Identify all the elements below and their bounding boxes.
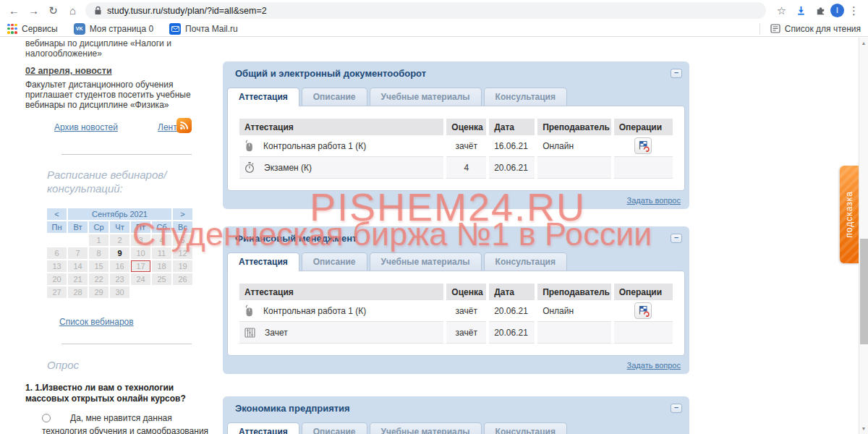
- calendar-day[interactable]: 17: [131, 260, 150, 272]
- date-cell: 20.06.21: [489, 300, 535, 322]
- reload-icon[interactable]: ↻: [43, 1, 63, 20]
- calendar-dayname: Пн: [47, 221, 67, 233]
- news-archive-link[interactable]: Архив новостей: [54, 122, 118, 132]
- calendar-day[interactable]: 1: [89, 234, 109, 246]
- calendar-day[interactable]: 25: [152, 273, 171, 285]
- calendar-day[interactable]: 22: [89, 273, 109, 285]
- calendar-day[interactable]: 11: [152, 247, 171, 259]
- calendar-day[interactable]: 20: [47, 273, 67, 285]
- hint-tab[interactable]: подсказка: [840, 166, 859, 263]
- calendar-day[interactable]: 14: [68, 260, 88, 272]
- bookmark-vk[interactable]: VK Моя страница 0: [74, 23, 153, 35]
- profile-avatar[interactable]: I: [830, 4, 844, 17]
- calendar-day[interactable]: 2: [110, 234, 129, 246]
- column-header: Дата: [489, 119, 535, 135]
- calendar-day[interactable]: 4: [152, 234, 171, 246]
- calendar-empty-cell: [47, 234, 67, 246]
- calendar-day[interactable]: 16: [110, 260, 129, 272]
- grade-cell: 4: [446, 157, 486, 179]
- calendar-day[interactable]: 7: [68, 247, 88, 259]
- rss-icon[interactable]: [176, 118, 192, 133]
- calendar-day[interactable]: 19: [173, 260, 192, 272]
- calendar-day[interactable]: 29: [89, 286, 109, 298]
- table-row: Контрольная работа 1 (К) зачёт 16.06.21 …: [239, 135, 673, 157]
- calendar-dayname: Пт: [131, 221, 150, 233]
- news-title-link[interactable]: 02 апреля, новости: [25, 66, 112, 76]
- tab-consultation[interactable]: Консультация: [484, 88, 567, 106]
- calendar-day[interactable]: 3: [131, 234, 150, 246]
- calendar-day[interactable]: 30: [110, 286, 129, 298]
- forward-icon[interactable]: →: [24, 1, 43, 20]
- calendar-day[interactable]: 23: [110, 273, 129, 285]
- scrollbar-up-icon[interactable]: ▲: [859, 41, 868, 46]
- tab-materials[interactable]: Учебные материалы: [370, 422, 482, 434]
- tab-materials[interactable]: Учебные материалы: [370, 252, 482, 271]
- abacus-icon: [244, 328, 255, 338]
- calendar-prev-button[interactable]: <: [47, 208, 67, 220]
- ask-question-link[interactable]: Задать вопрос: [627, 361, 681, 370]
- calendar-day[interactable]: 10: [131, 247, 150, 259]
- page-scrollbar[interactable]: ▲ ▼: [859, 38, 868, 434]
- tab-consultation[interactable]: Консультация: [484, 252, 567, 271]
- address-bar[interactable]: study.tusur.ru/study/plan/?id=all&sem=2: [85, 2, 766, 19]
- calendar-dayname: Ср: [89, 221, 109, 233]
- collapse-card-button[interactable]: –: [671, 234, 682, 243]
- calendar-day[interactable]: 5: [173, 234, 192, 246]
- apps-grid-icon: [7, 24, 17, 34]
- url-text[interactable]: study.tusur.ru/study/plan/?id=all&sem=2: [107, 6, 267, 16]
- operation-flag-refresh-icon[interactable]: [634, 137, 652, 154]
- calendar-day[interactable]: 26: [173, 273, 192, 285]
- grade-cell: зачёт: [446, 300, 486, 322]
- course-title: Финансовый менеджмент: [235, 233, 357, 244]
- column-header: Аттестация: [239, 119, 443, 135]
- ask-question-link[interactable]: Задать вопрос: [627, 196, 681, 205]
- calendar-day[interactable]: 9: [110, 247, 129, 259]
- calendar-day[interactable]: 6: [47, 247, 67, 259]
- table-row: Экзамен (К) 4 20.06.21: [239, 157, 673, 179]
- bookmark-label: Моя страница 0: [90, 24, 153, 34]
- calendar-day[interactable]: 28: [68, 286, 88, 298]
- collapse-card-button[interactable]: –: [671, 404, 682, 413]
- stopwatch-icon: [244, 161, 255, 174]
- tab-attestation[interactable]: Аттестация: [227, 88, 299, 106]
- calendar-week-row: 12345: [47, 234, 192, 246]
- calendar-dayname: Чт: [110, 221, 129, 233]
- back-icon[interactable]: ←: [4, 1, 24, 20]
- calendar-day[interactable]: 21: [68, 273, 88, 285]
- column-header: Оценка: [446, 119, 486, 135]
- poll-radio-button[interactable]: [42, 414, 51, 422]
- tab-attestation[interactable]: Аттестация: [227, 252, 299, 271]
- tab-description[interactable]: Описание: [302, 88, 367, 106]
- calendar-week-row: 27282930: [47, 286, 192, 298]
- calendar-day[interactable]: 12: [173, 247, 192, 259]
- extensions-puzzle-icon[interactable]: [811, 1, 830, 20]
- tab-consultation[interactable]: Консультация: [484, 422, 567, 434]
- calendar-day[interactable]: 24: [131, 273, 150, 285]
- calendar-next-button[interactable]: >: [173, 208, 192, 220]
- home-icon[interactable]: ⌂: [63, 1, 82, 20]
- column-header: Операции: [614, 119, 673, 135]
- tab-attestation[interactable]: Аттестация: [227, 422, 299, 434]
- calendar-day[interactable]: 13: [47, 260, 67, 272]
- tab-description[interactable]: Описание: [302, 252, 367, 271]
- collapse-card-button[interactable]: –: [671, 69, 682, 78]
- teacher-cell: Онлайн: [537, 300, 611, 322]
- download-icon[interactable]: [791, 1, 811, 20]
- clipped-news-text: вебинары по дисциплине «Налоги и налогоо…: [25, 38, 206, 59]
- browser-menu-icon[interactable]: ⋮: [844, 1, 864, 20]
- bookmark-services[interactable]: Сервисы: [7, 24, 58, 34]
- calendar-day[interactable]: 15: [89, 260, 109, 272]
- operation-flag-refresh-icon[interactable]: [634, 302, 652, 319]
- bookmark-mail[interactable]: Почта Mail.ru: [169, 23, 238, 35]
- scrollbar-down-icon[interactable]: ▼: [859, 426, 868, 431]
- scrollbar-thumb[interactable]: [860, 239, 868, 344]
- webinars-list-link[interactable]: Список вебинаров: [59, 317, 134, 327]
- tab-description[interactable]: Описание: [302, 422, 367, 434]
- calendar-day[interactable]: 8: [89, 247, 109, 259]
- reading-list-button[interactable]: Список для чтения: [760, 23, 861, 35]
- bookmark-star-icon[interactable]: ☆: [772, 1, 791, 20]
- calendar-day[interactable]: 27: [47, 286, 67, 298]
- calendar-day[interactable]: 18: [152, 260, 171, 272]
- date-cell: 20.06.21: [489, 157, 535, 179]
- tab-materials[interactable]: Учебные материалы: [370, 88, 482, 106]
